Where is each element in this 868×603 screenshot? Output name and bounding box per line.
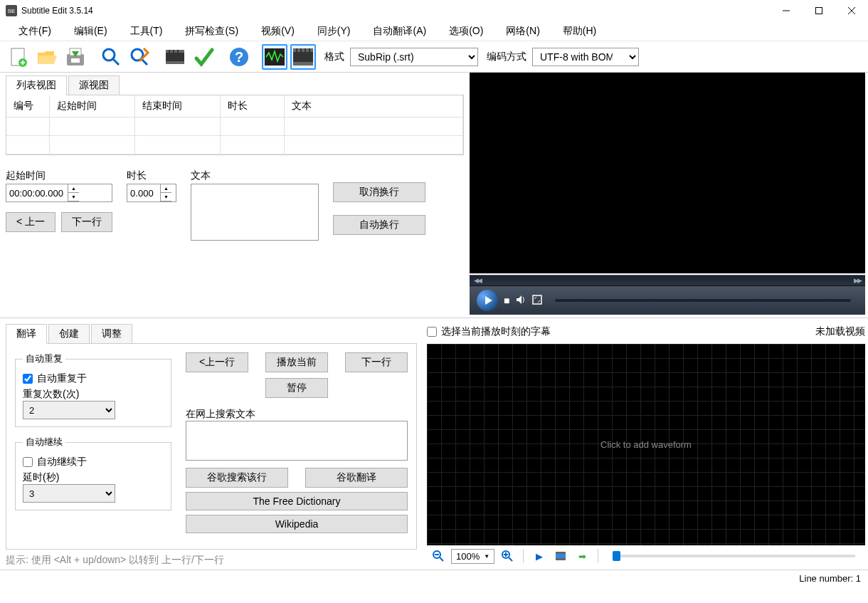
menu-file[interactable]: 文件(F): [7, 22, 63, 41]
visual-sync-button[interactable]: [162, 44, 188, 70]
menu-options[interactable]: 选项(O): [438, 22, 494, 41]
auto-continue-checkbox[interactable]: [23, 457, 33, 467]
svg-rect-27: [296, 48, 297, 52]
spin-down-icon[interactable]: ▼: [68, 193, 79, 201]
seek-fwd-icon[interactable]: ▶▶: [854, 277, 861, 284]
select-current-subtitle-checkbox[interactable]: [427, 327, 437, 337]
replace-button[interactable]: [127, 44, 152, 70]
menu-tools[interactable]: 工具(T): [119, 22, 174, 41]
format-select[interactable]: SubRip (.srt): [350, 48, 478, 66]
fullscreen-icon[interactable]: [532, 295, 542, 307]
video-player[interactable]: [470, 73, 865, 273]
prev-line-button[interactable]: <上一行: [186, 352, 248, 372]
subtitle-text-input[interactable]: [191, 184, 319, 241]
table-row[interactable]: [6, 117, 463, 136]
menu-video[interactable]: 视频(V): [250, 22, 306, 41]
menubar: 文件(F) 编辑(E) 工具(T) 拼写检查(S) 视频(V) 同步(Y) 自动…: [0, 21, 868, 41]
waveform-slider[interactable]: [613, 555, 855, 557]
menu-edit[interactable]: 编辑(E): [63, 22, 119, 41]
svg-rect-30: [309, 48, 310, 52]
duration-input[interactable]: ▲▼: [127, 184, 176, 202]
zoom-in-icon[interactable]: [499, 547, 516, 565]
waveform-area[interactable]: Click to add waveform: [427, 344, 865, 545]
tab-translate[interactable]: 翻译: [6, 324, 47, 344]
col-text[interactable]: 文本: [284, 95, 463, 117]
svg-rect-40: [556, 552, 566, 554]
help-button[interactable]: ?: [226, 44, 252, 70]
google-search-button[interactable]: 谷歌搜索该行: [186, 468, 288, 488]
video-progress-slider[interactable]: [555, 299, 851, 302]
next-button[interactable]: 下一行: [61, 212, 112, 232]
col-end[interactable]: 结束时间: [134, 95, 220, 117]
tab-source-view[interactable]: 源视图: [68, 75, 120, 95]
stop-icon[interactable]: ■: [504, 295, 509, 306]
col-duration[interactable]: 时长: [220, 95, 284, 117]
prev-button[interactable]: < 上一: [6, 212, 55, 232]
zoom-out-icon[interactable]: [430, 547, 447, 565]
volume-icon[interactable]: [515, 294, 526, 308]
hint-text: 提示: 使用 <Alt + up/down> 以转到 上一行/下一行: [6, 554, 417, 567]
text-label: 文本: [191, 169, 319, 182]
svg-rect-41: [556, 558, 566, 560]
seek-back-icon[interactable]: ◀◀: [474, 277, 481, 284]
spellcheck-button[interactable]: [191, 44, 216, 70]
tab-adjust[interactable]: 调整: [91, 324, 132, 344]
tab-create[interactable]: 创建: [48, 324, 90, 344]
maximize-button[interactable]: [803, 0, 835, 21]
delay-select[interactable]: 3: [23, 484, 115, 503]
tab-list-view[interactable]: 列表视图: [6, 75, 67, 95]
window-title: Subtitle Edit 3.5.14: [21, 6, 770, 16]
video-seek-bar[interactable]: ◀◀ ▶▶: [470, 275, 865, 286]
menu-spellcheck[interactable]: 拼写检查(S): [174, 22, 250, 41]
play-current-button[interactable]: 播放当前: [265, 352, 328, 372]
wave-film-icon[interactable]: [552, 547, 569, 565]
new-file-button[interactable]: [6, 44, 31, 70]
play-button[interactable]: [477, 290, 498, 311]
close-button[interactable]: [835, 0, 868, 21]
wave-play-icon[interactable]: ▶: [531, 547, 548, 565]
no-video-label: 未加载视频: [815, 325, 865, 338]
wikipedia-button[interactable]: Wikipedia: [186, 515, 408, 533]
svg-rect-26: [293, 62, 313, 65]
repeat-count-select[interactable]: 2: [23, 401, 115, 419]
google-translate-button[interactable]: 谷歌翻译: [305, 468, 408, 488]
waveform-pane: 选择当前播放时刻的字幕 未加载视频 Click to add waveform …: [423, 318, 868, 570]
unbreak-button[interactable]: 取消换行: [333, 182, 425, 202]
search-text-input[interactable]: [186, 421, 408, 461]
menu-auto-translate[interactable]: 自动翻译(A): [361, 22, 438, 41]
find-button[interactable]: [98, 44, 124, 70]
save-button[interactable]: [63, 44, 88, 70]
encoding-select[interactable]: UTF-8 with BOM: [532, 48, 639, 66]
col-start[interactable]: 起始时间: [49, 95, 134, 117]
open-file-button[interactable]: [34, 44, 60, 70]
svg-rect-17: [166, 61, 184, 64]
svg-rect-10: [71, 58, 80, 63]
autobreak-button[interactable]: 自动换行: [333, 215, 425, 235]
spin-up-icon[interactable]: ▲: [68, 184, 79, 193]
auto-repeat-group: 自动重复 自动重复于 重复次数(次) 2: [15, 352, 171, 427]
minimize-button[interactable]: [770, 0, 803, 21]
encoding-label: 编码方式: [487, 51, 526, 63]
free-dictionary-button[interactable]: The Free Dictionary: [186, 492, 408, 510]
toolbar: ? 格式 SubRip (.srt) 编码方式 UTF-8 with BOM: [0, 41, 868, 73]
toggle-video-button[interactable]: [290, 44, 316, 70]
wave-next-icon[interactable]: ➡: [573, 547, 591, 565]
pause-button[interactable]: 暂停: [265, 378, 328, 398]
titlebar: SE Subtitle Edit 3.5.14: [0, 0, 868, 21]
line-number-status: Line number: 1: [799, 573, 861, 584]
menu-help[interactable]: 帮助(H): [551, 22, 608, 41]
spin-up-icon[interactable]: ▲: [161, 184, 171, 193]
col-number[interactable]: 编号: [6, 95, 49, 117]
toggle-waveform-button[interactable]: [262, 44, 287, 70]
zoom-select[interactable]: 100%▼: [451, 549, 494, 564]
menu-network[interactable]: 网络(N): [494, 22, 551, 41]
next-line-button[interactable]: 下一行: [345, 352, 408, 372]
table-row[interactable]: [6, 136, 463, 154]
svg-rect-19: [173, 50, 174, 53]
app-icon: SE: [6, 5, 17, 16]
auto-repeat-checkbox[interactable]: [23, 374, 33, 384]
start-time-input[interactable]: ▲▼: [6, 184, 112, 202]
menu-sync[interactable]: 同步(Y): [306, 22, 362, 41]
spin-down-icon[interactable]: ▼: [161, 193, 171, 201]
subtitle-grid[interactable]: 编号 起始时间 结束时间 时长 文本: [6, 95, 463, 154]
